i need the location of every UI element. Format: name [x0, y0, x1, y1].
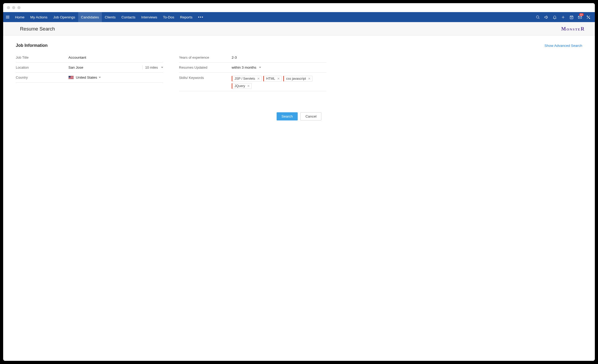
- skill-tag: JQuery✕: [232, 83, 252, 89]
- label-years: Years of experience: [179, 55, 232, 59]
- form-col-right: Years of experience Resumes Updated with…: [179, 53, 326, 91]
- form-grid: Job Title Location 10 miles: [16, 53, 582, 91]
- nav-right: 31 11: [534, 12, 595, 22]
- nav-more-button[interactable]: [195, 12, 206, 22]
- calendar-icon[interactable]: 31: [567, 12, 575, 22]
- tools-icon[interactable]: [584, 12, 592, 22]
- chevron-down-icon: [161, 67, 163, 68]
- mail-icon[interactable]: 11: [576, 12, 584, 22]
- section-title: Job Information: [16, 43, 48, 48]
- label-country: Country: [16, 75, 68, 79]
- cancel-button[interactable]: Cancel: [300, 112, 321, 120]
- window-zoom-dot[interactable]: [17, 6, 21, 9]
- svg-point-0: [536, 16, 539, 18]
- remove-tag-icon[interactable]: ✕: [247, 84, 250, 88]
- nav-item-job-openings[interactable]: Job Openings: [50, 12, 78, 22]
- nav-item-contacts[interactable]: Contacts: [118, 12, 138, 22]
- content-area: Job Information Show Advanced Search Job…: [3, 36, 595, 361]
- updated-select[interactable]: within 3 months: [232, 65, 261, 69]
- sub-header: Resume Search MonsteR: [3, 22, 595, 36]
- mail-badge: 11: [579, 13, 584, 16]
- nav-item-to-dos[interactable]: To-Dos: [160, 12, 177, 22]
- skill-tag: HTML✕: [263, 76, 282, 82]
- svg-rect-3: [578, 16, 582, 18]
- nav-left: HomeMy ActionsJob OpeningsCandidatesClie…: [3, 12, 206, 22]
- radius-select[interactable]: 10 miles: [142, 65, 163, 69]
- nav-item-my-actions[interactable]: My Actions: [27, 12, 50, 22]
- form-col-left: Job Title Location 10 miles: [16, 53, 163, 91]
- label-job-title: Job Title: [16, 55, 68, 59]
- nav-item-clients[interactable]: Clients: [102, 12, 118, 22]
- remove-tag-icon[interactable]: ✕: [257, 77, 260, 80]
- skill-tag-label: JQuery: [235, 84, 245, 88]
- input-location[interactable]: [68, 65, 140, 69]
- remove-tag-icon[interactable]: ✕: [308, 77, 311, 80]
- row-skills: Skills/ Keywords JSP / Servlets✕HTML✕css…: [179, 73, 326, 91]
- label-skills: Skills/ Keywords: [179, 75, 232, 80]
- row-country: Country United States: [16, 73, 163, 83]
- window-minimize-dot[interactable]: [12, 6, 15, 9]
- skills-tags[interactable]: JSP / Servlets✕HTML✕css javascript✕JQuer…: [232, 75, 326, 90]
- input-years[interactable]: [232, 55, 326, 59]
- country-value: United States: [76, 75, 97, 79]
- chevron-down-icon: [99, 77, 101, 78]
- app-window: HomeMy ActionsJob OpeningsCandidatesClie…: [3, 3, 595, 361]
- row-location: Location 10 miles: [16, 63, 163, 73]
- updated-value: within 3 months: [232, 65, 256, 69]
- label-location: Location: [16, 65, 68, 69]
- remove-tag-icon[interactable]: ✕: [277, 77, 280, 80]
- brand-logo: MonsteR: [561, 26, 585, 32]
- row-updated: Resumes Updated within 3 months: [179, 63, 326, 73]
- more-icon: [198, 17, 203, 18]
- input-job-title[interactable]: [68, 55, 163, 59]
- nav-item-interviews[interactable]: Interviews: [138, 12, 160, 22]
- search-icon[interactable]: [534, 12, 542, 22]
- skill-tag: css javascript✕: [283, 76, 312, 82]
- show-advanced-search-link[interactable]: Show Advanced Search: [545, 44, 582, 48]
- add-icon[interactable]: [559, 12, 567, 22]
- skill-tag-label: HTML: [266, 77, 275, 80]
- skill-tag-label: JSP / Servlets: [235, 77, 255, 80]
- skill-tag: JSP / Servlets✕: [232, 76, 262, 82]
- skill-tag-label: css javascript: [286, 77, 306, 80]
- top-nav: HomeMy ActionsJob OpeningsCandidatesClie…: [3, 12, 595, 22]
- nav-item-home[interactable]: Home: [12, 12, 27, 22]
- row-years: Years of experience: [179, 53, 326, 63]
- svg-text:31: 31: [571, 17, 572, 18]
- nav-item-candidates[interactable]: Candidates: [78, 12, 102, 22]
- country-select[interactable]: United States: [68, 75, 101, 79]
- page-title: Resume Search: [20, 26, 55, 32]
- announce-icon[interactable]: [542, 12, 550, 22]
- label-updated: Resumes Updated: [179, 65, 232, 69]
- menu-icon[interactable]: [3, 12, 12, 22]
- section-header: Job Information Show Advanced Search: [16, 43, 582, 48]
- bell-icon[interactable]: [551, 12, 559, 22]
- chevron-down-icon: [259, 67, 261, 68]
- window-titlebar: [3, 3, 595, 12]
- row-job-title: Job Title: [16, 53, 163, 63]
- window-close-dot[interactable]: [7, 6, 10, 9]
- form-actions: Search Cancel: [16, 112, 582, 120]
- nav-item-reports[interactable]: Reports: [177, 12, 195, 22]
- flag-us-icon: [68, 76, 74, 79]
- search-button[interactable]: Search: [277, 112, 298, 120]
- radius-value: 10 miles: [145, 65, 158, 69]
